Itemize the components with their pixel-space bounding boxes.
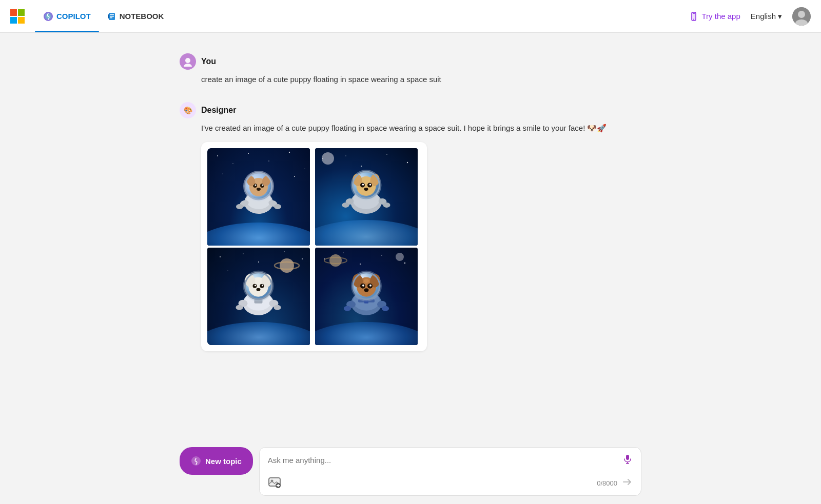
svg-text:🎨: 🎨 [184, 106, 193, 115]
svg-point-17 [217, 155, 218, 156]
svg-point-24 [294, 176, 295, 177]
new-topic-icon [191, 456, 201, 466]
svg-point-63 [362, 184, 364, 186]
designer-message-header: 🎨 Designer [180, 102, 641, 118]
chat-input-container: 0/8000 [259, 447, 641, 496]
phone-icon [689, 12, 698, 21]
svg-point-37 [255, 184, 257, 186]
language-label: English [751, 12, 776, 21]
generated-image-2[interactable] [315, 148, 418, 246]
svg-point-23 [223, 174, 223, 174]
svg-point-98 [404, 263, 405, 264]
language-selector[interactable]: English ▾ [751, 12, 782, 21]
tab-notebook[interactable]: NOTEBOOK [99, 0, 172, 32]
nav-tabs: COPILOT NOTEBOOK [35, 0, 172, 32]
svg-point-82 [274, 305, 281, 310]
svg-point-97 [381, 255, 382, 256]
svg-point-101 [396, 253, 404, 261]
user-message-row: You create an image of a cute puppy floa… [180, 53, 641, 86]
svg-point-92 [257, 288, 261, 291]
puppy-svg-3 [232, 261, 286, 322]
svg-point-49 [315, 220, 418, 246]
svg-rect-5 [108, 14, 109, 18]
svg-point-110 [382, 306, 389, 311]
svg-rect-9 [693, 13, 695, 14]
puppy-svg-2 [340, 162, 394, 220]
user-message-text: create an image of a cute puppy floating… [201, 74, 641, 86]
svg-point-72 [227, 270, 228, 271]
svg-point-118 [362, 285, 364, 287]
svg-point-14 [184, 64, 192, 67]
svg-point-91 [262, 285, 263, 286]
chat-container: You create an image of a cute puppy floa… [180, 53, 641, 368]
svg-point-120 [364, 288, 369, 292]
svg-point-75 [207, 322, 310, 345]
chevron-down-icon: ▾ [778, 12, 782, 21]
chat-input-field[interactable] [268, 456, 618, 465]
svg-point-70 [284, 251, 285, 252]
nav-right-area: Try the app English ▾ [689, 7, 811, 26]
svg-point-21 [289, 152, 290, 153]
ms-logo [10, 9, 31, 24]
send-button[interactable] [621, 476, 633, 490]
svg-point-54 [342, 203, 349, 208]
svg-point-11 [798, 11, 805, 18]
designer-avatar-icon: 🎨 [180, 102, 196, 118]
generated-images-container [201, 142, 427, 351]
image-grid [207, 148, 421, 345]
char-count: 0/8000 [597, 479, 617, 487]
svg-point-55 [383, 203, 390, 208]
tab-copilot[interactable]: COPILOT [35, 0, 99, 32]
svg-point-119 [369, 285, 372, 287]
generated-image-4[interactable] [315, 248, 418, 345]
svg-point-102 [315, 322, 418, 345]
microphone-icon[interactable] [622, 454, 633, 467]
char-count-area: 0/8000 [597, 476, 633, 490]
new-topic-button[interactable]: New topic [180, 447, 253, 475]
input-footer: 0/8000 [260, 473, 641, 495]
user-avatar-icon [180, 53, 196, 70]
copilot-tab-label: COPILOT [56, 12, 91, 21]
copilot-icon [43, 11, 53, 22]
svg-point-68 [243, 253, 243, 254]
generated-image-3[interactable] [207, 248, 310, 345]
user-message-header: You [180, 53, 641, 70]
svg-rect-2 [110, 14, 114, 15]
svg-point-44 [345, 155, 346, 156]
designer-sender-name: Designer [201, 106, 236, 115]
svg-point-22 [304, 168, 305, 169]
bottom-bar: New topic [0, 439, 821, 504]
svg-point-39 [257, 188, 261, 191]
svg-point-95 [343, 252, 343, 253]
try-app-label: Try the app [701, 12, 740, 21]
svg-point-67 [220, 256, 221, 257]
designer-message-text: I've created an image of a cute puppy fl… [201, 123, 641, 134]
svg-point-90 [255, 285, 256, 286]
svg-point-65 [364, 188, 368, 191]
svg-point-13 [185, 58, 190, 63]
svg-rect-124 [626, 455, 629, 460]
svg-rect-4 [110, 17, 112, 18]
try-app-button[interactable]: Try the app [689, 12, 740, 21]
notebook-tab-label: NOTEBOOK [120, 12, 164, 21]
user-sender-name: You [201, 57, 216, 66]
puppy-svg-4 [339, 261, 394, 322]
microsoft-grid-logo [10, 9, 25, 24]
notebook-icon [107, 12, 116, 21]
bottom-bar-inner: New topic [180, 447, 641, 496]
user-avatar[interactable] [792, 7, 811, 26]
top-navigation: COPILOT NOTEBOOK Try the app English [0, 0, 821, 33]
svg-point-121 [364, 279, 369, 283]
svg-point-30 [236, 204, 243, 209]
main-content-area: You create an image of a cute puppy floa… [0, 33, 821, 439]
input-row [260, 448, 641, 473]
svg-point-8 [693, 18, 694, 19]
image-attach-button[interactable] [268, 476, 282, 490]
svg-point-19 [248, 153, 249, 154]
generated-image-1[interactable] [207, 148, 310, 246]
svg-point-46 [386, 154, 387, 155]
svg-point-81 [236, 305, 243, 310]
svg-rect-3 [110, 16, 114, 17]
svg-point-47 [407, 162, 408, 163]
puppy-svg-1 [233, 162, 284, 220]
